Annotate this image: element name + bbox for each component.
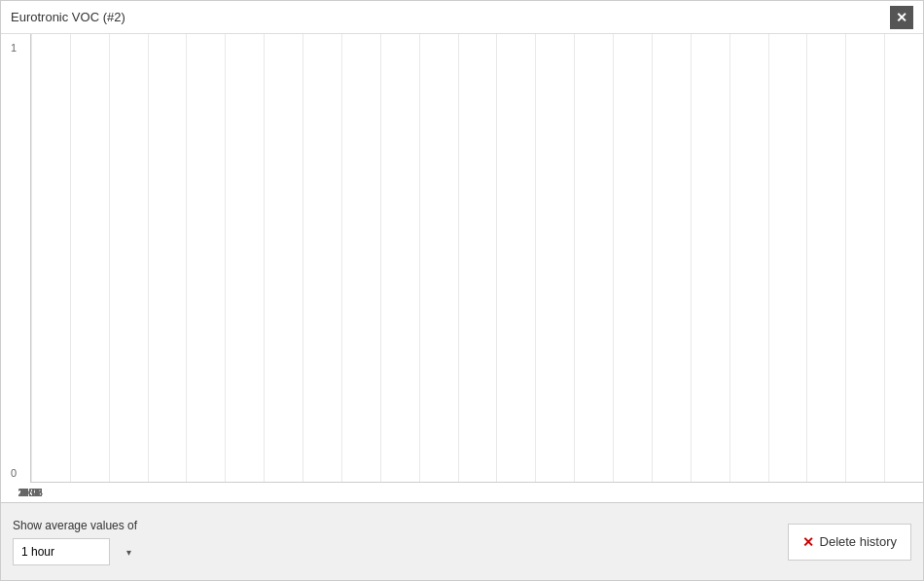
interval-select[interactable]: 1 hour30 minutes15 minutes5 minutes1 min… bbox=[13, 538, 110, 565]
grid-line bbox=[729, 34, 730, 482]
title-bar: Eurotronic VOC (#2) ✕ bbox=[1, 1, 923, 34]
grid-line bbox=[109, 34, 110, 482]
grid-line bbox=[380, 34, 381, 482]
chart-area: 1 0 18:0819:0820:0821:0822:0823:080:081:… bbox=[1, 34, 923, 502]
x-axis-labels: 18:0819:0820:0821:0822:0823:080:081:082:… bbox=[30, 483, 923, 502]
interval-select-wrapper: 1 hour30 minutes15 minutes5 minutes1 min… bbox=[13, 538, 137, 565]
grid-line bbox=[186, 34, 187, 482]
y-axis-top-label: 1 bbox=[11, 42, 17, 54]
close-button[interactable]: ✕ bbox=[890, 6, 913, 29]
delete-icon: ✕ bbox=[802, 534, 814, 550]
grid-line bbox=[806, 34, 807, 482]
show-average-label: Show average values of bbox=[13, 519, 137, 532]
grid-line bbox=[419, 34, 420, 482]
grid-lines bbox=[31, 34, 923, 482]
grid-line bbox=[613, 34, 614, 482]
grid-line bbox=[148, 34, 149, 482]
grid-line bbox=[225, 34, 226, 482]
main-window: Eurotronic VOC (#2) ✕ 1 0 18:0819:0820:0… bbox=[0, 0, 924, 581]
delete-history-button[interactable]: ✕ Delete history bbox=[788, 524, 911, 561]
window-title: Eurotronic VOC (#2) bbox=[11, 10, 125, 24]
x-axis-label: 17:08 bbox=[18, 488, 42, 498]
delete-button-label: Delete history bbox=[820, 534, 897, 549]
grid-line bbox=[691, 34, 692, 482]
grid-line bbox=[496, 34, 497, 482]
grid-line bbox=[535, 34, 536, 482]
grid-line bbox=[264, 34, 265, 482]
y-axis-bottom-label: 0 bbox=[11, 467, 17, 479]
footer-left: Show average values of 1 hour30 minutes1… bbox=[13, 519, 137, 565]
grid-line bbox=[341, 34, 342, 482]
chevron-down-icon: ▾ bbox=[126, 546, 131, 557]
grid-line bbox=[884, 34, 885, 482]
grid-line bbox=[652, 34, 653, 482]
grid-line bbox=[31, 34, 32, 482]
grid-line bbox=[845, 34, 846, 482]
grid-line bbox=[70, 34, 71, 482]
grid-line bbox=[768, 34, 769, 482]
chart-canvas bbox=[30, 34, 923, 483]
footer: Show average values of 1 hour30 minutes1… bbox=[1, 502, 923, 580]
grid-line bbox=[574, 34, 575, 482]
grid-line bbox=[302, 34, 303, 482]
grid-line bbox=[458, 34, 459, 482]
